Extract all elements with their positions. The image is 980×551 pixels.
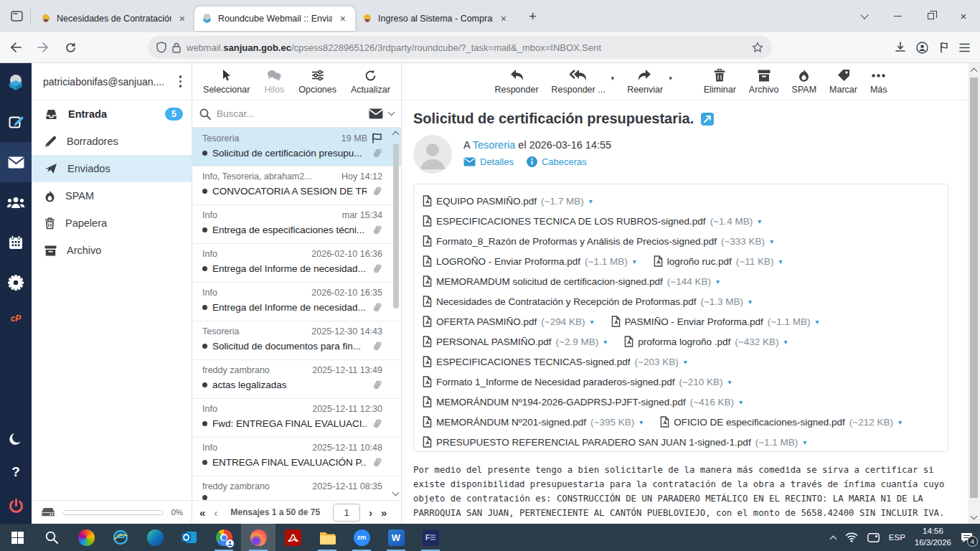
list-item[interactable]: Infomar 15:34 Entrega de especificacione… [192,205,401,244]
attachment-menu-caret[interactable]: ▾ [728,378,732,386]
logout-icon[interactable] [0,488,32,524]
copilot-icon[interactable] [69,524,103,551]
attachment-item[interactable]: PRESUPUESTO REFERENCIAL PARADERO SAN JUA… [423,432,806,452]
attachment-item[interactable]: PASMIÑO - Enviar Proforma.pdf(~1.1 MB)▾ [611,311,819,331]
tray-expand-icon[interactable] [829,535,837,542]
attachment-item[interactable]: PERSONAL PASMIÑO.pdf(~2.9 MB)▾ [423,331,607,352]
prev-page-button[interactable]: ‹ [214,507,217,519]
forward-icon[interactable] [32,36,55,59]
attachment-item[interactable]: OFERTA PASMIÑO.pdf(~294 KB)▾ [423,311,594,331]
attachment-menu-caret[interactable]: ▾ [815,318,819,326]
attachment-item[interactable]: ESPECIFICACIONES TECNICAS-signed.pdf(~20… [423,352,687,372]
last-page-button[interactable]: » [381,507,387,519]
cpanel-icon[interactable]: cP [0,303,32,334]
attachment-item[interactable]: MEMORAMDUM solicitud de certificacion-si… [423,271,720,291]
notifications-icon[interactable]: 4 [961,532,973,543]
help-icon[interactable]: ? [0,456,32,488]
edge-icon[interactable] [138,524,172,551]
attachment-item[interactable]: EQUIPO PASMIÑO.pdf(~1.7 MB)▾ [423,191,593,211]
mail-scrollbar[interactable] [968,63,980,524]
scroll-down-icon[interactable] [971,513,978,520]
fes-app-icon[interactable]: F [413,524,448,551]
attachment-item[interactable]: MEMORÁNDUM Nº201-signed.pdf(~395 KB)▾ [423,412,643,432]
more-button[interactable]: Más [870,68,887,95]
firefox-view-icon[interactable] [6,6,27,27]
account-row[interactable]: patriciabonifas@sanjuan.... [32,63,192,100]
spam-button[interactable]: SPAM [792,68,817,95]
mark-button[interactable]: Marcar [829,68,857,95]
sidebar-item-enviados[interactable]: Enviados [32,155,192,182]
attachment-menu-caret[interactable]: ▾ [770,237,773,245]
forward-button[interactable]: Reenviar [627,68,663,95]
dark-mode-icon[interactable] [0,423,32,456]
downloads-icon[interactable] [895,42,906,53]
next-page-button[interactable]: › [369,507,372,519]
chrome-icon[interactable] [207,524,241,551]
attachment-menu-caret[interactable]: ▾ [898,418,902,426]
attachment-item[interactable]: OFICIO DE especificaciones-signed.pdf(~2… [660,412,902,432]
zoom-icon[interactable]: zm [344,524,379,551]
attachment-menu-caret[interactable]: ▾ [684,358,687,366]
list-item[interactable]: Info, Tesoreria, abraham2...Hoy 14:12 CO… [192,166,401,205]
account-menu-icon[interactable] [176,72,185,90]
attachment-menu-caret[interactable]: ▾ [589,197,593,205]
recipient-link[interactable]: Tesoreria [473,139,516,151]
sidebar-item-entrada[interactable]: Entrada 5 [32,100,192,128]
attachment-item[interactable]: logroño ruc.pdf(~11 KB)▾ [654,251,783,271]
tab-roundcube[interactable]: Roundcube Webmail :: Enviados × [194,6,355,31]
taskbar-search-icon[interactable] [34,524,69,551]
wifi-icon[interactable] [845,532,858,542]
list-item[interactable]: freddy zambrano2025-12-11 13:49 actas le… [192,360,401,399]
settings-nav-button[interactable] [0,263,32,303]
delete-button[interactable]: Eliminar [704,68,736,95]
mail-nav-button[interactable] [0,142,32,182]
attachment-item[interactable]: Formato_8_Razón de Proformas y Análisis … [423,231,773,251]
tab-necesidades[interactable]: Necesidades de Contratación y × [34,6,194,31]
attachment-menu-caret[interactable]: ▾ [784,338,788,346]
attachment-menu-caret[interactable]: ▾ [748,298,752,306]
tab-close-icon[interactable]: × [177,13,187,24]
file-explorer-icon[interactable] [310,524,344,551]
reply-all-menu-caret[interactable]: ▾ [611,75,615,82]
attachment-menu-caret[interactable]: ▾ [590,318,593,326]
reply-all-button[interactable]: Responder ... [552,68,606,95]
attachment-item[interactable]: MEMORÁNDUM Nº194-2026-GADPRSJ-PJFT-signe… [423,392,743,412]
forward-menu-caret[interactable]: ▾ [669,75,672,82]
attachment-item[interactable]: proforma logroño .pdf(~432 KB)▾ [624,331,787,352]
window-minimize-button[interactable] [881,0,914,32]
flag-icon[interactable] [938,42,949,53]
sidebar-item-borradores[interactable]: Borradores [32,128,192,155]
compose-button[interactable] [0,102,32,142]
archive-button[interactable]: Archivo [749,68,779,95]
options-button[interactable]: Opciones [298,68,336,95]
window-close-button[interactable]: × [947,0,980,32]
account-icon[interactable] [916,42,928,54]
refresh-button[interactable]: Actualizar [351,68,390,95]
word-icon[interactable]: W [379,524,413,551]
address-bar[interactable]: webmail.sanjuan.gob.ec/cpsess8228965126/… [148,36,772,59]
clock[interactable]: 14:5616/3/2026 [915,526,951,548]
list-item[interactable]: Info2025-12-11 10:48 ENTREGA FINAL EVALU… [192,438,401,476]
attachment-menu-caret[interactable]: ▾ [639,418,643,426]
new-tab-button[interactable]: + [523,7,542,26]
reload-icon[interactable] [59,36,82,59]
attachment-menu-caret[interactable]: ▾ [803,438,806,446]
page-number-input[interactable] [333,504,360,522]
list-item[interactable]: Info2026-02-10 16:36 Entrega del Informe… [192,244,401,283]
bookmark-star-icon[interactable] [752,42,763,53]
attachment-menu-caret[interactable]: ▾ [778,258,782,265]
details-toggle[interactable]: Detalles [463,156,514,167]
acrobat-icon[interactable] [275,524,310,551]
sidebar-item-spam[interactable]: SPAM [32,182,192,209]
firefox-icon[interactable] [241,524,275,551]
attachment-menu-caret[interactable]: ▾ [633,258,636,265]
sidebar-item-papelera[interactable]: Papelera [32,209,192,237]
list-item[interactable]: freddy zambrano2025-12-11 08:35 [192,476,401,500]
search-scope-mail-icon[interactable] [369,108,383,119]
contacts-nav-button[interactable] [0,182,32,222]
list-item[interactable]: Info2025-12-11 12:30 Fwd: ENTREGA FINAL … [192,399,401,438]
mail-scrollbar-thumb[interactable] [970,77,978,498]
menu-icon[interactable] [959,43,970,52]
attachment-menu-caret[interactable]: ▾ [716,278,720,286]
attachment-item[interactable]: ESPECIFICACIONES TECNICA DE LOS RUBROS-s… [423,211,761,231]
